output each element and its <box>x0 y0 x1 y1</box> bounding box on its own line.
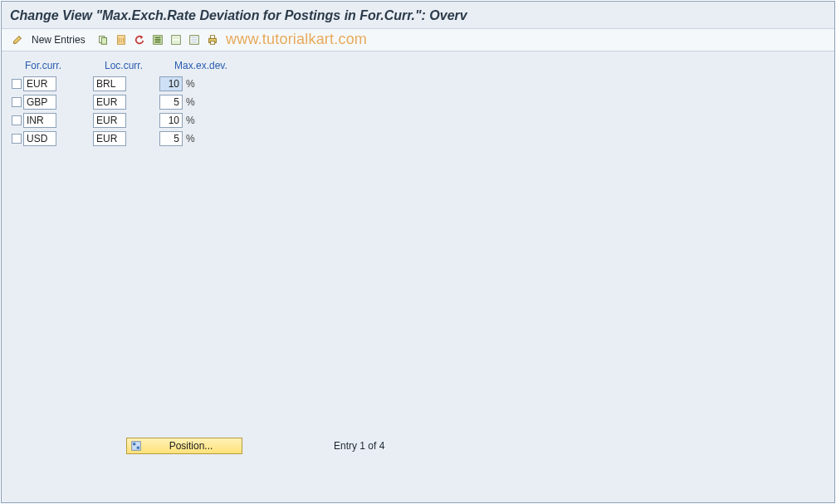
max-dev-input[interactable] <box>159 76 183 91</box>
percent-sign: % <box>186 78 195 90</box>
display-change-icon[interactable] <box>10 32 25 47</box>
max-dev-input[interactable] <box>159 95 183 110</box>
position-icon <box>130 440 142 452</box>
position-button[interactable]: Position... <box>126 438 242 454</box>
row-checkbox[interactable] <box>12 134 22 144</box>
content-area: For.curr. Loc.curr. Max.ex.dev. %%%% Pos… <box>2 51 834 502</box>
table-row: % <box>12 131 824 146</box>
svg-rect-21 <box>133 443 135 445</box>
table-row: % <box>12 76 824 91</box>
delete-icon[interactable] <box>114 32 129 47</box>
rows-container: %%%% <box>12 76 824 146</box>
new-entries-button[interactable]: New Entries <box>28 32 89 47</box>
svg-rect-18 <box>210 36 214 39</box>
svg-rect-1 <box>101 37 106 44</box>
copy-as-icon[interactable] <box>95 32 110 47</box>
loc-curr-input[interactable] <box>93 95 126 110</box>
deselect-all-icon[interactable] <box>187 32 202 47</box>
loc-curr-input[interactable] <box>93 113 126 128</box>
select-block-icon[interactable] <box>169 32 183 47</box>
percent-sign: % <box>186 96 195 108</box>
table-row: % <box>12 95 824 110</box>
max-dev-input[interactable] <box>159 131 183 146</box>
svg-rect-11 <box>173 37 178 40</box>
svg-rect-10 <box>171 36 180 45</box>
svg-rect-16 <box>191 42 197 43</box>
grid-header: For.curr. Loc.curr. Max.ex.dev. <box>12 60 824 71</box>
max-dev-input[interactable] <box>159 113 183 128</box>
sap-window: Change View "Max.Exch.Rate Deviation for… <box>1 1 835 503</box>
position-label: Position... <box>145 440 237 452</box>
for-curr-input[interactable] <box>23 113 56 128</box>
for-curr-input[interactable] <box>23 95 56 110</box>
table-row: % <box>12 113 824 128</box>
percent-sign: % <box>186 115 195 126</box>
page-title: Change View "Max.Exch.Rate Deviation for… <box>2 2 834 29</box>
svg-rect-8 <box>154 39 160 41</box>
svg-rect-19 <box>210 42 214 45</box>
loc-curr-input[interactable] <box>93 76 126 91</box>
percent-sign: % <box>186 133 195 144</box>
svg-rect-22 <box>137 447 139 449</box>
select-all-icon[interactable] <box>150 32 165 47</box>
for-curr-input[interactable] <box>23 76 56 91</box>
column-header-loc-curr[interactable]: Loc.curr. <box>105 60 149 71</box>
column-header-max-dev[interactable]: Max.ex.dev. <box>174 60 241 71</box>
entry-counter: Entry 1 of 4 <box>334 440 384 452</box>
svg-rect-9 <box>154 42 160 43</box>
watermark: www.tutorialkart.com <box>226 31 367 48</box>
loc-curr-input[interactable] <box>93 131 126 146</box>
svg-rect-14 <box>191 37 197 39</box>
footer: Position... Entry 1 of 4 <box>12 438 824 496</box>
row-checkbox[interactable] <box>12 79 22 89</box>
for-curr-input[interactable] <box>23 131 56 146</box>
row-checkbox[interactable] <box>12 97 22 107</box>
svg-rect-12 <box>173 41 178 43</box>
print-icon[interactable] <box>205 32 220 47</box>
undo-icon[interactable] <box>132 32 147 47</box>
svg-rect-15 <box>191 39 197 41</box>
svg-rect-7 <box>154 37 160 39</box>
toolbar: New Entries www.tutorialkart.com <box>2 29 834 51</box>
row-checkbox[interactable] <box>12 115 22 125</box>
column-header-for-curr[interactable]: For.curr. <box>25 60 80 71</box>
